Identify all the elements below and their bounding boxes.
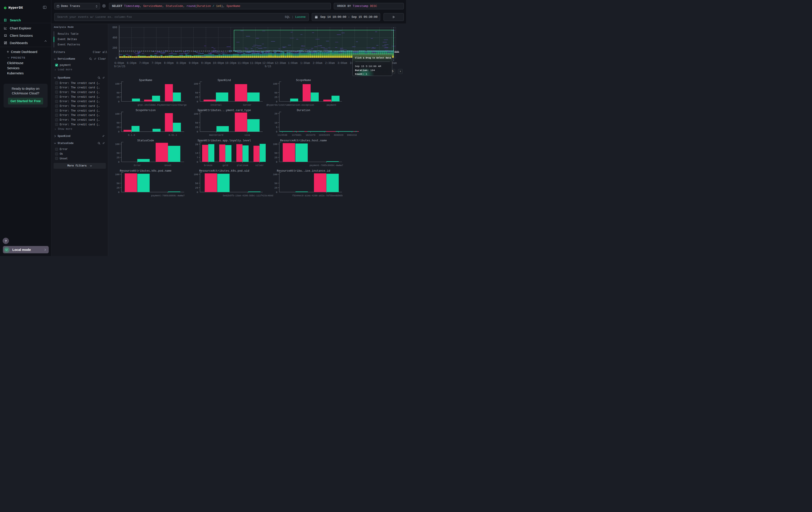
svg-text:8:00pm: 8:00pm bbox=[164, 62, 173, 65]
svg-text:25: 25 bbox=[117, 156, 119, 159]
svg-text:20: 20 bbox=[274, 112, 277, 115]
svg-text:6:30pm: 6:30pm bbox=[127, 62, 136, 65]
svg-text:7: 7 bbox=[197, 156, 198, 159]
svg-text:50: 50 bbox=[117, 122, 119, 124]
svg-text:7:00pm: 7:00pm bbox=[139, 62, 149, 65]
svg-text:1:00am: 1:00am bbox=[288, 62, 297, 65]
svg-text:0: 0 bbox=[197, 100, 198, 103]
svg-text:Internal: Internal bbox=[210, 104, 222, 106]
svg-text:0: 0 bbox=[118, 191, 120, 194]
svg-text:platinum: platinum bbox=[237, 164, 248, 167]
svg-text:visa: visa bbox=[244, 134, 250, 136]
svg-text:100: 100 bbox=[194, 173, 198, 176]
svg-text:9:00pm: 9:00pm bbox=[189, 62, 198, 65]
svg-text:50: 50 bbox=[274, 182, 277, 185]
svg-text:1124538: 1124538 bbox=[278, 134, 287, 136]
svg-text:ResourceAttributes.k8s.pod.uid: ResourceAttributes.k8s.pod.uid bbox=[199, 169, 249, 172]
svg-text:14: 14 bbox=[195, 152, 198, 155]
svg-text:12:30am: 12:30am bbox=[275, 62, 286, 65]
svg-text:ResourceAttributes.host.name: ResourceAttributes.host.name bbox=[280, 139, 327, 142]
svg-text:50: 50 bbox=[274, 91, 277, 94]
svg-text:0: 0 bbox=[118, 100, 120, 103]
svg-text:9/15: 9/15 bbox=[265, 65, 271, 68]
svg-text:50: 50 bbox=[195, 122, 198, 124]
svg-text:50: 50 bbox=[117, 182, 119, 185]
svg-text:19935295: 19935295 bbox=[319, 134, 330, 136]
svg-text:SpanAttributes.app.loyalty.lev: SpanAttributes.app.loyalty.level bbox=[198, 139, 251, 142]
svg-text:StatusCode: StatusCode bbox=[137, 139, 154, 142]
svg-text:400: 400 bbox=[112, 36, 117, 39]
svg-text:bronze: bronze bbox=[204, 164, 212, 167]
svg-text:7:30pm: 7:30pm bbox=[152, 62, 161, 65]
svg-text:Duration: Duration bbox=[297, 109, 310, 112]
svg-text:0: 0 bbox=[276, 131, 278, 133]
svg-text:0: 0 bbox=[197, 161, 198, 163]
svg-text:SpanName: SpanName bbox=[139, 79, 152, 82]
svg-text:0.1.0: 0.1.0 bbox=[128, 134, 135, 136]
svg-text:0: 0 bbox=[116, 57, 117, 60]
svg-text:0.51.1: 0.51.1 bbox=[169, 134, 177, 136]
svg-text:25: 25 bbox=[195, 126, 198, 129]
svg-text:25: 25 bbox=[117, 96, 119, 99]
svg-text:28: 28 bbox=[195, 143, 198, 146]
svg-text:100: 100 bbox=[194, 113, 198, 115]
svg-text:11:00pm: 11:00pm bbox=[237, 62, 249, 65]
svg-text:10: 10 bbox=[274, 122, 277, 124]
svg-text:payment-7985c8969c-mwmw7: payment-7985c8969c-mwmw7 bbox=[310, 164, 343, 167]
svg-text:4090920: 4090920 bbox=[334, 134, 343, 136]
svg-text:100: 100 bbox=[115, 113, 120, 115]
svg-text:100: 100 bbox=[273, 173, 278, 176]
svg-text:100: 100 bbox=[115, 173, 120, 176]
svg-text:0: 0 bbox=[276, 161, 278, 163]
svg-text:mastercard: mastercard bbox=[209, 134, 223, 136]
svg-text:11:30pm: 11:30pm bbox=[250, 62, 261, 65]
svg-text:6:00pm: 6:00pm bbox=[114, 62, 124, 65]
svg-text:3:00am: 3:00am bbox=[338, 62, 347, 65]
svg-text:50: 50 bbox=[274, 152, 277, 155]
svg-text:12:00am: 12:00am bbox=[262, 62, 273, 65]
svg-text:200: 200 bbox=[112, 47, 117, 50]
svg-text:50: 50 bbox=[195, 91, 198, 94]
svg-text:50: 50 bbox=[117, 91, 119, 94]
svg-text:SpanKind: SpanKind bbox=[218, 79, 231, 82]
svg-text:ResourceAttribu..ice.instance.: ResourceAttribu..ice.instance.id bbox=[277, 169, 330, 172]
svg-text:50: 50 bbox=[117, 152, 119, 155]
svg-text:0: 0 bbox=[118, 131, 120, 133]
svg-text:0: 0 bbox=[197, 191, 198, 194]
svg-text:9:30pm: 9:30pm bbox=[201, 62, 211, 65]
svg-text:9983218: 9983218 bbox=[347, 134, 357, 136]
svg-text:@hyperdx/instrumentation-excep: @hyperdx/instrumentation-exception bbox=[266, 104, 314, 106]
svg-text:25: 25 bbox=[274, 156, 277, 159]
svg-text:f5344ec9-a1ea-4290-a62a-78f5be: f5344ec9-a1ea-4290-a62a-78f5bee8d90b bbox=[292, 194, 343, 197]
svg-text:25: 25 bbox=[117, 126, 119, 129]
svg-text:ScopeVersion: ScopeVersion bbox=[136, 109, 156, 112]
svg-text:1:30am: 1:30am bbox=[300, 62, 310, 65]
svg-text:100: 100 bbox=[194, 83, 198, 85]
svg-text:Error: Error bbox=[134, 164, 141, 167]
svg-text:0: 0 bbox=[276, 191, 278, 194]
svg-text:0: 0 bbox=[197, 131, 198, 133]
svg-text:5e02b5fb-13ae-4296-bbbc-111f42: 5e02b5fb-13ae-4296-bbbc-111f423c460d bbox=[223, 194, 273, 197]
svg-text:25: 25 bbox=[195, 187, 198, 189]
svg-text:Unset: Unset bbox=[165, 164, 172, 167]
svg-text:25: 25 bbox=[274, 187, 277, 189]
svg-text:8:30pm: 8:30pm bbox=[176, 62, 186, 65]
svg-text:grpc.oteldemo.PaymentService/C: grpc.oteldemo.PaymentService/Charge bbox=[138, 104, 187, 106]
svg-text:10:00pm: 10:00pm bbox=[213, 62, 224, 65]
svg-text:50: 50 bbox=[195, 182, 198, 185]
svg-text:5: 5 bbox=[276, 126, 278, 129]
svg-text:ResourceAttributes.k8s.pod.nam: ResourceAttributes.k8s.pod.name bbox=[120, 169, 172, 172]
svg-text:100: 100 bbox=[273, 83, 278, 85]
svg-text:2:30am: 2:30am bbox=[325, 62, 335, 65]
svg-text:2:00am: 2:00am bbox=[313, 62, 322, 65]
svg-text:100: 100 bbox=[273, 143, 278, 145]
svg-text:25: 25 bbox=[195, 96, 198, 99]
svg-text:payment: payment bbox=[327, 104, 337, 106]
svg-text:0: 0 bbox=[118, 161, 120, 163]
svg-text:1376801: 1376801 bbox=[292, 134, 301, 136]
svg-text:600: 600 bbox=[112, 26, 117, 29]
svg-text:payment-7985c8969c-mwmw7: payment-7985c8969c-mwmw7 bbox=[151, 194, 184, 197]
svg-text:1621070: 1621070 bbox=[306, 134, 315, 136]
svg-text:100: 100 bbox=[115, 143, 120, 145]
svg-text:10:30pm: 10:30pm bbox=[225, 62, 236, 65]
